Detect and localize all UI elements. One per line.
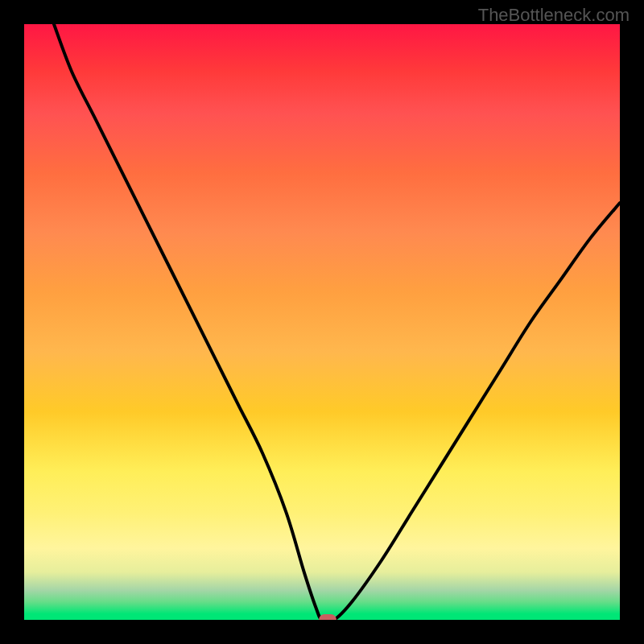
plot-area: [24, 24, 620, 620]
optimal-point-marker: [319, 614, 336, 620]
chart-container: TheBottleneck.com: [0, 0, 644, 644]
bottleneck-curve: [24, 24, 620, 620]
watermark-text: TheBottleneck.com: [478, 5, 630, 26]
